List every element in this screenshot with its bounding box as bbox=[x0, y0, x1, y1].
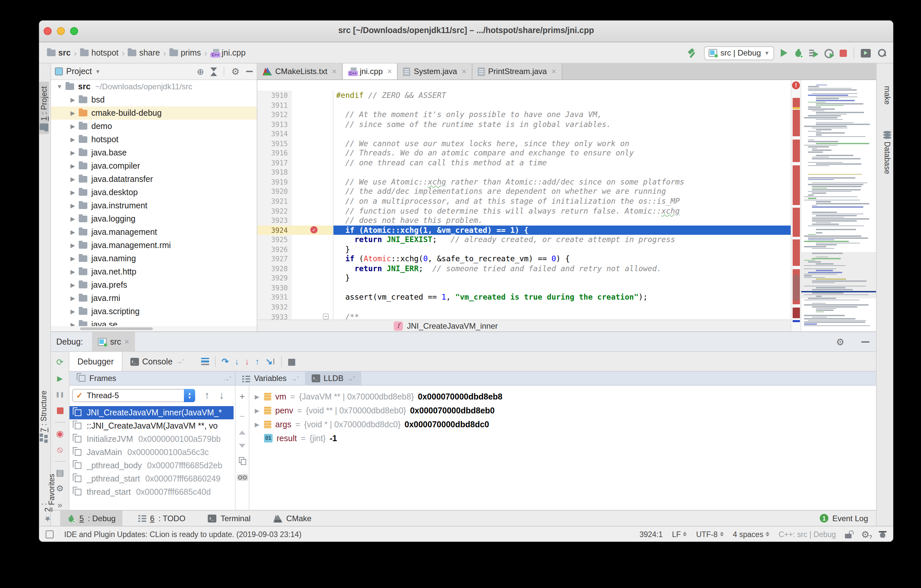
hide-panel-icon[interactable] bbox=[246, 71, 253, 72]
code-line-3924[interactable]: 3924✓ if (Atomic::xchg(1, &vm_created) =… bbox=[257, 225, 791, 235]
chevron-collapsed-icon[interactable]: ▶ bbox=[255, 393, 260, 400]
variable-row[interactable]: ▶args = {void * | 0x70000dbd8dc0} 0x0000… bbox=[255, 417, 893, 431]
sidebar-tab-project[interactable]: 1: Project bbox=[39, 82, 49, 134]
code-line-3929[interactable]: 3929 } bbox=[257, 273, 791, 283]
sidebar-tab-structure[interactable]: 7: Structure bbox=[39, 386, 48, 447]
tree-item-cmake-build-debug[interactable]: ▶cmake-build-debug bbox=[51, 107, 257, 120]
toolwindow-button-todo[interactable]: 6: TODO bbox=[131, 511, 192, 526]
error-stripe-mark[interactable] bbox=[792, 140, 800, 162]
tree-item-java.desktop[interactable]: ▶java.desktop bbox=[51, 186, 257, 199]
ide-update-icon[interactable]: ⚙? bbox=[861, 530, 869, 539]
gutter-icons[interactable] bbox=[292, 110, 334, 119]
chevron-collapsed-icon[interactable]: ▶ bbox=[70, 255, 76, 262]
error-stripe-mark[interactable] bbox=[792, 166, 800, 205]
profiler-button[interactable] bbox=[824, 49, 833, 57]
chevron-collapsed-icon[interactable]: ▶ bbox=[70, 282, 76, 288]
debug-session-tab[interactable]: src × bbox=[92, 332, 135, 351]
gutter-icons[interactable]: − bbox=[292, 312, 334, 320]
sidebar-tab-database[interactable]: Database bbox=[883, 126, 892, 178]
tool-window-switcher-icon[interactable] bbox=[46, 530, 54, 538]
tree-item-java.base[interactable]: ▶java.base bbox=[51, 146, 257, 159]
tree-item-java.prefs[interactable]: ▶java.prefs bbox=[51, 278, 257, 292]
frame-row[interactable]: thread_start0x00007fff6685c40d bbox=[70, 486, 234, 499]
gutter-icons[interactable] bbox=[292, 197, 334, 206]
tree-item-java.management[interactable]: ▶java.management bbox=[51, 226, 257, 239]
locate-file-icon[interactable]: ⊕ bbox=[197, 67, 204, 76]
gutter-icons[interactable] bbox=[292, 245, 334, 254]
indent-select[interactable]: 4 spaces bbox=[733, 530, 769, 538]
code-line-3923[interactable]: 3923 // does not have this problem. bbox=[257, 216, 791, 225]
code-line-3915[interactable]: 3915 // We cannot use our mutex locks he… bbox=[257, 138, 791, 148]
status-message[interactable]: IDE and Plugin Updates: CLion is ready t… bbox=[64, 530, 301, 538]
code-line-3921[interactable]: 3921 // on a multiprocessor, and at this… bbox=[257, 197, 791, 206]
error-stripe-mark[interactable] bbox=[792, 110, 800, 136]
show-watches-icon[interactable] bbox=[236, 474, 248, 481]
frame-row[interactable]: InitializeJVM0x0000000100a579bb bbox=[70, 432, 234, 446]
gutter-icons[interactable] bbox=[292, 119, 334, 129]
variable-row[interactable]: ▶vm = {JavaVM ** | 0x70000dbd8eb8} 0x000… bbox=[255, 390, 893, 403]
run-configuration-select[interactable]: src | Debug ▼ bbox=[704, 46, 774, 60]
mute-breakpoints-icon[interactable]: ⦸ bbox=[55, 445, 65, 455]
tab-lldb[interactable]: LLDB →' bbox=[305, 372, 361, 385]
code-line-3911[interactable]: 3911 bbox=[257, 100, 791, 110]
frame-row[interactable]: JNI_CreateJavaVM_inner(JavaVM_* bbox=[70, 406, 234, 419]
code-line-3917[interactable]: 3917 // one thread can call this method … bbox=[257, 158, 791, 168]
code-line-3914[interactable]: 3914 bbox=[257, 129, 791, 138]
code-line-3920[interactable]: 3920 // the add/dec implementations are … bbox=[257, 187, 791, 197]
tree-item-java.management.rmi[interactable]: ▶java.management.rmi bbox=[51, 239, 257, 252]
chevron-collapsed-icon[interactable]: ▶ bbox=[70, 295, 76, 302]
gutter-icons[interactable] bbox=[292, 129, 334, 138]
chevron-collapsed-icon[interactable]: ▶ bbox=[70, 202, 76, 209]
tree-item-java.scripting[interactable]: ▶java.scripting bbox=[51, 305, 257, 318]
sidebar-tab-favorites[interactable]: ★2: Favorites bbox=[39, 469, 56, 528]
thread-selector[interactable]: ✓ Thread-5 ▲▼ bbox=[72, 389, 195, 402]
coverage-button[interactable] bbox=[809, 49, 818, 57]
frame-down-icon[interactable]: ↓ bbox=[219, 390, 224, 401]
code-line-3912[interactable]: 3912 // At the moment it's only possible… bbox=[257, 110, 791, 119]
frame-row[interactable]: _pthread_start0x00007fff66860249 bbox=[70, 472, 234, 486]
gutter-icons[interactable] bbox=[292, 254, 334, 264]
caret-position[interactable]: 3924:1 bbox=[639, 530, 662, 538]
variable-row[interactable]: ▶penv = {void ** | 0x70000dbd8eb0} 0x000… bbox=[255, 403, 893, 417]
code-line-3918[interactable]: 3918 bbox=[257, 168, 791, 177]
code-line-3919[interactable]: 3919 // We use Atomic::xchg rather than … bbox=[257, 177, 791, 187]
step-out-icon[interactable]: ↑ bbox=[255, 356, 259, 366]
stop-icon[interactable] bbox=[55, 406, 65, 416]
event-log-button[interactable]: 1Event Log bbox=[820, 513, 868, 523]
tab-debugger[interactable]: Debugger bbox=[70, 352, 122, 371]
remove-watch-icon[interactable]: − bbox=[239, 411, 245, 421]
debug-button[interactable] bbox=[794, 48, 802, 58]
breadcrumb-item[interactable]: share bbox=[128, 48, 160, 58]
tree-item-java.datatransfer[interactable]: ▶java.datatransfer bbox=[51, 173, 257, 186]
frame-row[interactable]: ::JNI_CreateJavaVM(JavaVM **, vo bbox=[70, 419, 234, 432]
chevron-collapsed-icon[interactable]: ▶ bbox=[70, 176, 76, 182]
step-into-icon[interactable]: ↓ bbox=[234, 356, 239, 366]
code-line-3933[interactable]: 3933− /** bbox=[257, 312, 791, 320]
breakpoint-icon[interactable]: ✓ bbox=[310, 226, 317, 234]
tree-item-java.instrument[interactable]: ▶java.instrument bbox=[51, 199, 257, 212]
current-line-stripe-mark[interactable] bbox=[792, 320, 800, 322]
code-line-3916[interactable]: 3916 // Threads. We do an atomic compare… bbox=[257, 148, 791, 158]
chevron-collapsed-icon[interactable]: ▶ bbox=[70, 189, 76, 196]
code-line-3910[interactable]: 3910#endif // ZERO && ASSERT bbox=[257, 91, 791, 100]
gutter-icons[interactable] bbox=[292, 177, 334, 187]
gear-icon[interactable]: ⚙ bbox=[231, 67, 239, 76]
chevron-collapsed-icon[interactable]: ▶ bbox=[70, 268, 76, 275]
encoding-select[interactable]: UTF-8 bbox=[696, 530, 724, 538]
show-execution-point-icon[interactable] bbox=[201, 358, 209, 365]
chevron-collapsed-icon[interactable]: ▶ bbox=[70, 149, 76, 156]
chevron-collapsed-icon[interactable]: ▶ bbox=[70, 308, 76, 315]
run-button[interactable] bbox=[781, 49, 788, 57]
hector-inspections-icon[interactable] bbox=[879, 530, 887, 538]
gutter-icons[interactable] bbox=[292, 100, 334, 110]
code-line-3913[interactable]: 3913 // since some of the runtime state … bbox=[257, 119, 791, 129]
tree-item-bsd[interactable]: ▶bsd bbox=[51, 93, 257, 107]
chevron-collapsed-icon[interactable]: ▶ bbox=[70, 242, 76, 249]
gutter-icons[interactable] bbox=[292, 187, 334, 197]
copy-icon[interactable] bbox=[239, 457, 246, 465]
tab-console[interactable]: Console →' bbox=[122, 352, 192, 371]
titlebar[interactable]: src [~/Downloads/openjdk11/src] – .../ho… bbox=[39, 21, 893, 42]
gutter-icons[interactable]: ✓ bbox=[292, 225, 334, 235]
gutter-icons[interactable] bbox=[292, 216, 334, 225]
error-stripe-mark[interactable] bbox=[792, 208, 800, 237]
